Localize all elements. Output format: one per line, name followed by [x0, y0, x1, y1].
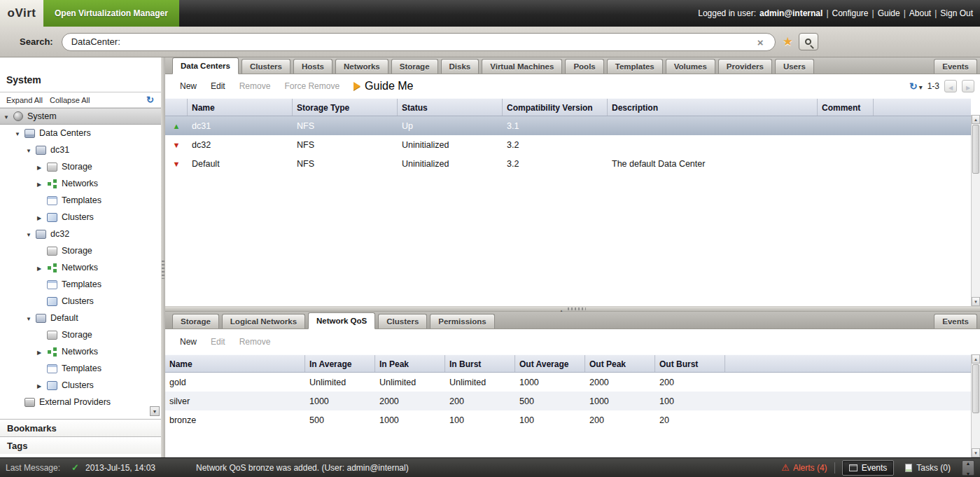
- tree-item-dc32-clusters[interactable]: Clusters: [0, 293, 161, 310]
- tree-item-dc31-clusters[interactable]: Clusters: [0, 209, 161, 226]
- column-header-compatibility-version[interactable]: Compatibility Version: [503, 99, 608, 116]
- expander-right-icon[interactable]: [37, 162, 46, 172]
- tree-item-dc32[interactable]: dc32: [0, 226, 161, 242]
- table-row-dc31[interactable]: dc31 NFS Up 3.1: [165, 116, 971, 135]
- force-remove-button[interactable]: Force Remove: [278, 78, 346, 94]
- scroll-up-button[interactable]: [972, 115, 980, 124]
- about-link[interactable]: About: [909, 8, 931, 18]
- events-footer-button[interactable]: Events: [842, 460, 895, 476]
- tree-item-default[interactable]: Default: [0, 310, 161, 326]
- column-header-out-burst[interactable]: Out Burst: [655, 355, 725, 372]
- tree-item-dc32-storage[interactable]: Storage: [0, 242, 161, 259]
- refresh-grid-button[interactable]: [909, 80, 923, 92]
- configure-link[interactable]: Configure: [832, 8, 869, 18]
- expander-down-icon[interactable]: [15, 128, 24, 138]
- clear-search-icon[interactable]: [757, 36, 767, 48]
- table-row-default[interactable]: Default NFS Uninitialized 3.2 The defaul…: [165, 154, 971, 173]
- scroll-down-button[interactable]: [972, 448, 980, 457]
- expander-right-icon[interactable]: [37, 347, 46, 357]
- tab-networks[interactable]: Networks: [335, 59, 388, 74]
- qos-row-bronze[interactable]: bronze 500 1000 100 100 200 20: [165, 410, 971, 429]
- tab-storage[interactable]: Storage: [391, 59, 438, 74]
- bookmark-star-icon[interactable]: [783, 34, 793, 49]
- tree-item-default-templates[interactable]: Templates: [0, 360, 161, 377]
- tab-hosts[interactable]: Hosts: [293, 59, 332, 74]
- tab-disks[interactable]: Disks: [441, 59, 479, 74]
- tree-item-dc31-storage[interactable]: Storage: [0, 158, 161, 175]
- column-header-comment[interactable]: Comment: [818, 99, 874, 116]
- tree-item-default-networks[interactable]: Networks: [0, 343, 161, 360]
- column-header-name[interactable]: Name: [165, 355, 305, 372]
- search-input[interactable]: DataCenter:: [62, 33, 776, 51]
- tree-scroll-down-button[interactable]: [150, 406, 160, 416]
- tab-templates[interactable]: Templates: [607, 59, 663, 74]
- subtab-storage[interactable]: Storage: [172, 314, 219, 329]
- expander-down-icon[interactable]: [26, 313, 35, 323]
- alerts-button[interactable]: Alerts (4): [781, 462, 827, 473]
- expander-down-icon[interactable]: [26, 145, 35, 155]
- column-header-out-average[interactable]: Out Average: [515, 355, 585, 372]
- tab-providers[interactable]: Providers: [718, 59, 772, 74]
- qos-table-scrollbar[interactable]: [971, 354, 980, 457]
- subtab-clusters[interactable]: Clusters: [378, 314, 427, 329]
- scroll-up-button[interactable]: [972, 354, 980, 364]
- tree-item-dc31-templates[interactable]: Templates: [0, 192, 161, 209]
- next-page-button[interactable]: [962, 80, 974, 92]
- scroll-down-button[interactable]: [972, 297, 980, 306]
- tab-virtual-machines[interactable]: Virtual Machines: [482, 59, 562, 74]
- tree-item-dc31[interactable]: dc31: [0, 141, 161, 158]
- dc-table-scrollbar[interactable]: [971, 115, 980, 306]
- tree-item-data-centers[interactable]: Data Centers: [0, 125, 161, 141]
- tab-pools[interactable]: Pools: [565, 59, 603, 74]
- tree-item-dc32-templates[interactable]: Templates: [0, 276, 161, 293]
- tree-item-dc32-networks[interactable]: Networks: [0, 259, 161, 276]
- tree-item-system[interactable]: System: [0, 108, 161, 125]
- tree-item-dc31-networks[interactable]: Networks: [0, 175, 161, 192]
- tab-clusters[interactable]: Clusters: [241, 59, 290, 74]
- expand-all-link[interactable]: Expand All: [6, 96, 43, 104]
- scroll-thumb[interactable]: [972, 125, 979, 174]
- expander-right-icon[interactable]: [37, 380, 46, 390]
- column-header-description[interactable]: Description: [608, 99, 818, 116]
- tab-volumes[interactable]: Volumes: [666, 59, 715, 74]
- scroll-track[interactable]: [972, 364, 980, 448]
- edit-button[interactable]: Edit: [204, 78, 232, 94]
- qos-new-button[interactable]: New: [174, 334, 203, 350]
- column-header-status[interactable]: Status: [398, 99, 503, 116]
- column-header-in-peak[interactable]: In Peak: [375, 355, 445, 372]
- qos-edit-button[interactable]: Edit: [204, 334, 232, 350]
- tree-item-external-providers[interactable]: External Providers: [0, 394, 161, 410]
- expander-down-icon[interactable]: [4, 111, 13, 121]
- new-button[interactable]: New: [174, 78, 203, 94]
- column-header-name[interactable]: Name: [188, 99, 293, 116]
- guide-me-button[interactable]: Guide Me: [347, 77, 419, 95]
- subtab-events[interactable]: Events: [934, 314, 977, 329]
- tree-item-default-clusters[interactable]: Clusters: [0, 377, 161, 394]
- column-header-in-average[interactable]: In Average: [305, 355, 375, 372]
- expander-right-icon[interactable]: [37, 179, 46, 188]
- search-button[interactable]: [799, 33, 818, 50]
- remove-button[interactable]: Remove: [233, 78, 277, 94]
- qos-row-gold[interactable]: gold Unlimited Unlimited Unlimited 1000 …: [165, 373, 971, 392]
- expander-right-icon[interactable]: [37, 263, 46, 272]
- table-row-dc32[interactable]: dc32 NFS Uninitialized 3.2: [165, 135, 971, 154]
- refresh-tree-icon[interactable]: [146, 95, 154, 105]
- sign-out-link[interactable]: Sign Out: [940, 8, 973, 18]
- scroll-thumb[interactable]: [972, 364, 979, 413]
- column-header-out-peak[interactable]: Out Peak: [585, 355, 655, 372]
- tab-users[interactable]: Users: [775, 59, 814, 74]
- subtab-network-qos[interactable]: Network QoS: [308, 312, 375, 329]
- collapse-all-link[interactable]: Collapse All: [50, 96, 90, 104]
- tab-data-centers[interactable]: Data Centers: [172, 57, 239, 74]
- footer-panel-toggle[interactable]: [962, 460, 974, 476]
- guide-link[interactable]: Guide: [878, 8, 900, 18]
- column-header-in-burst[interactable]: In Burst: [445, 355, 515, 372]
- prev-page-button[interactable]: [944, 80, 957, 92]
- subtab-permissions[interactable]: Permissions: [430, 314, 494, 329]
- subtab-logical-networks[interactable]: Logical Networks: [222, 314, 305, 329]
- expander-down-icon[interactable]: [26, 229, 35, 239]
- tab-events[interactable]: Events: [934, 59, 977, 74]
- qos-row-silver[interactable]: silver 1000 2000 200 500 1000 100: [165, 392, 971, 410]
- tags-section-header[interactable]: Tags: [0, 436, 161, 454]
- bookmarks-section-header[interactable]: Bookmarks: [0, 419, 161, 436]
